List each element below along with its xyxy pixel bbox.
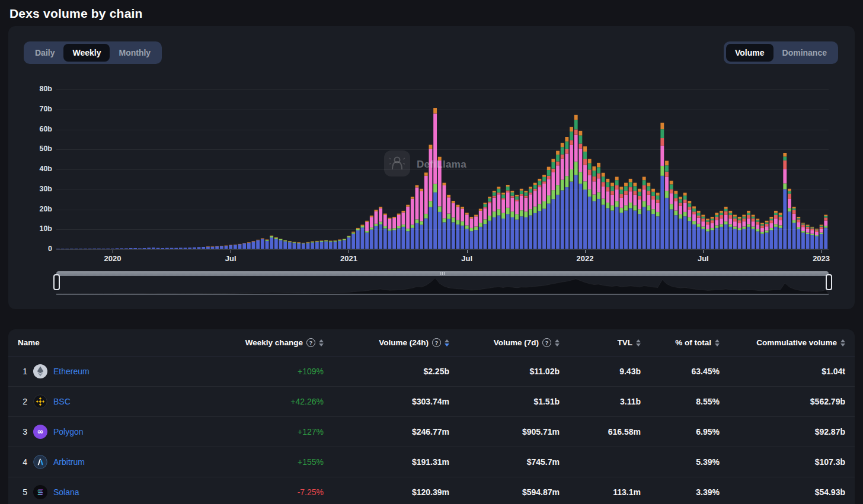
chain-link[interactable]: BSC (53, 397, 71, 406)
bar-segment (697, 216, 701, 218)
sort-arrows-icon[interactable] (319, 339, 324, 346)
help-icon[interactable]: ? (432, 338, 441, 347)
help-icon[interactable]: ? (306, 338, 315, 347)
bar-segment (701, 229, 705, 249)
bar-segment (588, 163, 592, 170)
bar-segment (334, 242, 337, 249)
bar-segment (297, 242, 301, 243)
bar-segment (447, 197, 450, 213)
bar-segment (570, 140, 573, 145)
bar-segment (769, 219, 773, 220)
bar-segment (602, 173, 605, 176)
bar-segment (597, 178, 600, 192)
bar-segment (756, 220, 759, 222)
bar-segment (361, 226, 365, 228)
sort-arrows-icon[interactable] (555, 339, 560, 346)
bar-segment (383, 215, 387, 226)
bar-segment (351, 233, 355, 234)
bar-segment (365, 231, 369, 233)
bar-segment (483, 204, 487, 207)
table-row-bsc[interactable]: 2BSC+42.26%$303.74m$1.51b3.11b8.55%$562.… (8, 387, 855, 417)
time-range-brush[interactable] (56, 270, 829, 296)
tab-daily[interactable]: Daily (26, 44, 63, 62)
bar-segment (760, 224, 764, 225)
bar-segment (274, 239, 278, 249)
tab-monthly[interactable]: Monthly (110, 44, 159, 62)
bar-segment (715, 220, 718, 225)
brush-window[interactable] (56, 276, 829, 295)
x-axis: 2020Jul2021Jul2022Jul2023 (56, 249, 829, 268)
tab-weekly[interactable]: Weekly (63, 44, 110, 62)
bar-segment (143, 248, 146, 249)
bar-segment (588, 175, 592, 189)
help-icon[interactable]: ? (542, 338, 551, 347)
bar-segment (438, 157, 442, 160)
bar-segment (370, 230, 373, 249)
bar-segment (820, 225, 823, 226)
chain-link[interactable]: Arbitrum (53, 457, 85, 467)
bar-segment (433, 114, 437, 184)
column-header-volume-7d-[interactable]: Volume (7d)? (449, 338, 560, 347)
bar-segment (483, 203, 487, 204)
bar-segment (824, 215, 827, 216)
column-header--of-total[interactable]: % of total (641, 338, 720, 347)
bar-segment (747, 215, 750, 219)
bar-segment (774, 219, 778, 224)
chain-link[interactable]: Polygon (53, 427, 84, 436)
column-header-volume-24h-[interactable]: Volume (24h)? (324, 338, 449, 347)
table-row-ethereum[interactable]: 1Ethereum+109%$2.25b$11.02b9.43b63.45%$1… (8, 357, 855, 387)
sort-arrows-icon[interactable] (840, 339, 845, 346)
table-row-solana[interactable]: 5Solana-7.25%$120.39m$594.87m113.1m3.39%… (8, 477, 855, 504)
bar-segment (129, 248, 133, 249)
tab-volume[interactable]: Volume (726, 44, 773, 62)
bar-segment (424, 176, 428, 214)
weekly-change: -7.25% (207, 487, 324, 497)
bar-segment (225, 246, 228, 249)
name-cell: 2BSC (18, 394, 207, 409)
brush-handle-right[interactable] (826, 274, 832, 290)
bar-segment (692, 206, 696, 208)
column-label: Weekly change (245, 338, 303, 347)
table-row-polygon[interactable]: 3∞Polygon+127%$246.77m$905.71m616.58m6.9… (8, 417, 855, 447)
bar-segment (779, 220, 782, 225)
bar-segment (515, 200, 519, 201)
bar-segment (815, 236, 819, 249)
tab-dominance[interactable]: Dominance (773, 44, 836, 62)
chain-link[interactable]: Ethereum (53, 367, 90, 376)
table-row-arbitrum[interactable]: 4Arbitrum+155%$191.31m$745.7m5.39%$107.3… (8, 447, 855, 477)
bar-segment (701, 221, 705, 227)
bar-segment (769, 223, 773, 228)
bar-segment (615, 190, 619, 201)
x-tick-mark (585, 250, 586, 253)
brush-grip-icon[interactable] (440, 272, 445, 275)
sort-arrows-icon[interactable] (636, 339, 641, 346)
column-header-commulative-volume[interactable]: Commulative volume (720, 338, 845, 347)
bar-segment (515, 195, 519, 197)
sort-arrows-icon[interactable] (445, 339, 449, 346)
bar-segment (452, 203, 455, 217)
column-header-weekly-change[interactable]: Weekly change? (207, 338, 324, 347)
bar-segment (824, 226, 827, 227)
bar-segment (578, 136, 582, 144)
y-axis: 010b20b30b40b50b60b70b80b (8, 89, 52, 249)
bar-segment (266, 240, 269, 241)
brush-handle-left[interactable] (53, 274, 60, 290)
bar-segment (606, 191, 609, 203)
column-header-tvl[interactable]: TVL (560, 338, 641, 347)
chain-link[interactable]: Solana (53, 487, 79, 497)
bar-segment (497, 187, 500, 188)
bar-segment (720, 219, 723, 224)
bar-segment (820, 227, 823, 229)
bar-segment (561, 147, 564, 154)
x-tick-mark (822, 250, 822, 253)
sort-arrows-icon[interactable] (715, 339, 720, 346)
bar-segment (592, 181, 596, 194)
bar-segment (433, 108, 437, 113)
brush-track[interactable] (56, 271, 829, 276)
bar-segment (683, 200, 687, 203)
rank: 3 (18, 427, 27, 436)
bar-segment (324, 240, 328, 240)
bar-segment (493, 211, 496, 217)
bar-segment (252, 242, 255, 249)
gridline (56, 249, 829, 250)
